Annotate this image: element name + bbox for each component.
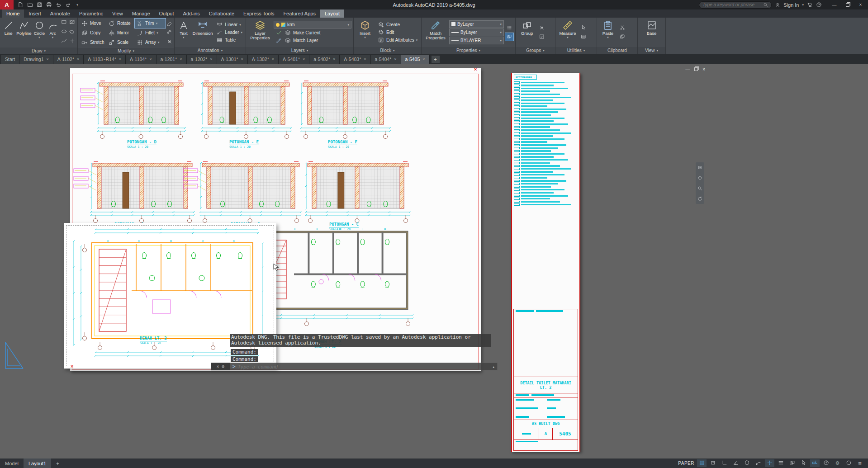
zoom-icon[interactable] xyxy=(697,184,702,193)
layer-properties-button[interactable]: Layer Properties xyxy=(248,19,272,46)
help-icon[interactable] xyxy=(816,2,822,8)
edit-block-button[interactable]: Edit xyxy=(376,29,419,36)
restore-button[interactable] xyxy=(841,0,854,9)
snap-toggle[interactable] xyxy=(708,459,718,467)
mirror-button[interactable]: Mirror xyxy=(107,28,135,38)
tab-parametric[interactable]: Parametric xyxy=(75,9,108,18)
panel-title-draw[interactable]: Draw▾ xyxy=(0,47,77,54)
file-tab-a5403[interactable]: A-5403*× xyxy=(340,55,370,64)
copy-clip-button[interactable] xyxy=(618,33,626,41)
erase-button[interactable] xyxy=(166,20,174,28)
panel-title-view[interactable]: View▾ xyxy=(638,47,665,54)
copy-button[interactable]: Copy xyxy=(80,28,107,38)
file-tab-a5404[interactable]: a-5404*× xyxy=(371,55,401,64)
panel-title-layers[interactable]: Layers▾ xyxy=(246,47,353,54)
measure-button[interactable]: Measure▾ xyxy=(557,19,578,46)
make-current-button[interactable]: Make Current xyxy=(274,29,351,36)
file-tab-close-icon[interactable]: × xyxy=(180,57,182,61)
new-tab-button[interactable]: + xyxy=(432,56,440,63)
tab-view[interactable]: View xyxy=(108,9,128,18)
paste-button[interactable]: Paste▾ xyxy=(599,19,617,46)
open-file-button[interactable] xyxy=(25,1,34,9)
dimension-button[interactable]: Dimension xyxy=(192,19,213,46)
match-properties-button[interactable]: Match Properties xyxy=(423,19,448,46)
orbit-icon[interactable] xyxy=(697,195,702,203)
ellipse-tool-button[interactable] xyxy=(60,28,68,36)
file-tab-a1102[interactable]: A-1102*× xyxy=(53,55,84,64)
plot-button[interactable] xyxy=(44,1,53,9)
layout1-tab[interactable]: Layout1 xyxy=(24,459,51,468)
insert-block-button[interactable]: Insert▾ xyxy=(356,19,375,46)
panel-title-modify[interactable]: Modify▾ xyxy=(78,48,174,54)
add-layout-button[interactable]: + xyxy=(51,459,64,468)
line-button[interactable]: Line xyxy=(2,19,15,47)
annotation-monitor-toggle[interactable] xyxy=(821,459,831,467)
layer-dropdown[interactable]: krm ▾ xyxy=(274,21,351,28)
help-search-input[interactable] xyxy=(702,2,761,7)
explode-button[interactable] xyxy=(166,38,174,46)
group-button[interactable]: Group xyxy=(517,19,536,46)
file-tab-close-icon[interactable]: × xyxy=(119,57,121,61)
offset-button[interactable] xyxy=(166,29,174,37)
cut-button[interactable] xyxy=(618,24,626,32)
command-input-field[interactable]: > ▴ xyxy=(230,363,498,370)
signin-avatar-icon[interactable] xyxy=(775,2,780,8)
help-search[interactable] xyxy=(699,1,772,9)
leader-button[interactable]: Leader▾ xyxy=(214,29,244,36)
undo-button[interactable] xyxy=(54,1,63,9)
ortho-toggle[interactable] xyxy=(720,459,729,467)
command-grip[interactable]: × ⚙ xyxy=(211,363,230,370)
workspace-switcher[interactable]: ⚙ xyxy=(833,459,842,467)
isodraft-toggle[interactable] xyxy=(742,459,752,467)
file-tab-close-icon[interactable]: × xyxy=(303,57,305,61)
panel-title-utilities[interactable]: Utilities▾ xyxy=(555,47,597,54)
save-button[interactable] xyxy=(35,1,44,9)
panel-title-groups[interactable]: Groups▾ xyxy=(516,47,555,54)
tab-add-ins[interactable]: Add-ins xyxy=(179,9,204,18)
transparency-display-toggle[interactable] xyxy=(787,459,797,467)
hatch-tool-button[interactable] xyxy=(68,19,76,26)
pan-icon[interactable] xyxy=(697,174,702,182)
object-color-dropdown[interactable]: ByLayer▾ xyxy=(449,20,504,28)
ungroup-button[interactable] xyxy=(538,24,546,32)
grid-toggle[interactable] xyxy=(697,459,707,467)
navigation-bar[interactable] xyxy=(696,162,704,204)
file-tab-close-icon[interactable]: × xyxy=(333,57,335,61)
quick-select-button[interactable] xyxy=(579,24,588,32)
text-button[interactable]: Text▾ xyxy=(176,19,191,46)
tab-layout[interactable]: Layout xyxy=(320,9,344,18)
file-tab-close-icon[interactable]: × xyxy=(364,57,366,61)
circle-button[interactable]: Circle▾ xyxy=(33,19,46,47)
file-tab-close-icon[interactable]: × xyxy=(422,57,425,61)
trim-button[interactable]: Trim▾ xyxy=(135,19,166,28)
signin-label[interactable]: Sign In xyxy=(783,2,799,8)
edit-attributes-button[interactable]: Edit Attributes▾ xyxy=(376,37,419,44)
list-properties-button[interactable] xyxy=(505,24,513,32)
command-customize-icon[interactable]: ⚙ xyxy=(222,364,225,369)
file-tab-close-icon[interactable]: × xyxy=(77,57,79,61)
selection-cycling-toggle[interactable] xyxy=(799,459,808,467)
drawing-minimize-button[interactable]: — xyxy=(685,67,690,72)
close-button[interactable]: × xyxy=(854,0,867,9)
base-view-button[interactable]: Base xyxy=(642,19,661,46)
panel-title-properties[interactable]: Properties▾ xyxy=(422,47,515,54)
polyline-button[interactable]: Polyline xyxy=(16,19,31,47)
tab-collaborate[interactable]: Collaborate xyxy=(204,9,239,18)
file-tab-a1104[interactable]: A-1104*× xyxy=(126,55,156,64)
dynamic-input-toggle[interactable] xyxy=(810,459,820,467)
tab-home[interactable]: Home xyxy=(2,9,24,18)
minimize-button[interactable]: — xyxy=(828,0,841,9)
file-tab-drawing1[interactable]: Drawing1× xyxy=(19,55,53,64)
linear-dimension-button[interactable]: Linear▾ xyxy=(214,21,244,28)
file-tab-close-icon[interactable]: × xyxy=(272,57,274,61)
transparency-toggle-button[interactable] xyxy=(505,33,513,41)
file-tab-a1301[interactable]: A-1301*× xyxy=(217,55,248,64)
file-tab-a1202[interactable]: a-1202*× xyxy=(187,55,217,64)
tab-insert[interactable]: Insert xyxy=(24,9,46,18)
arc-button[interactable]: Arc▾ xyxy=(47,19,58,47)
tab-manage[interactable]: Manage xyxy=(128,9,155,18)
paper-space-indicator[interactable]: PAPER xyxy=(678,461,694,466)
tab-output[interactable]: Output xyxy=(155,9,179,18)
new-file-button[interactable] xyxy=(16,1,25,9)
file-tab-a5401[interactable]: A-5401*× xyxy=(279,55,309,64)
